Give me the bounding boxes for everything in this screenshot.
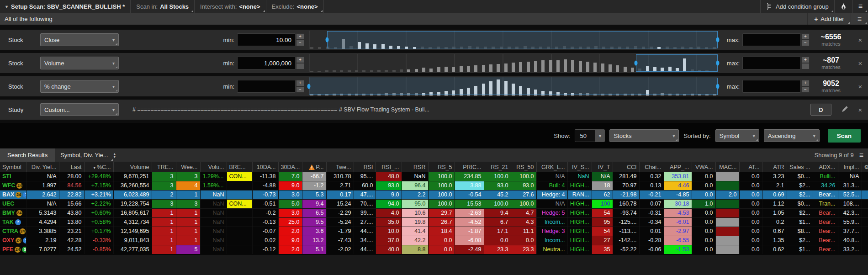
column-header-app-[interactable]: APP_... — [664, 162, 692, 172]
range-handle-left[interactable] — [635, 61, 638, 66]
column-header-rsi[interactable]: RSI — [354, 162, 376, 172]
filter-min-input[interactable] — [237, 57, 296, 69]
study-remove-button[interactable]: × — [852, 106, 868, 114]
column-header-at-[interactable]: AT... — [739, 162, 762, 172]
column-header-bre-[interactable]: BRE... — [227, 162, 252, 172]
plus-icon[interactable]: + — [296, 57, 304, 63]
setup-scan-title[interactable]: ▾ Setup Scan: SBV_SCANNER_BULLISH * — [0, 0, 131, 13]
show-count-select[interactable]: 50 ▾ — [575, 129, 605, 142]
plus-icon[interactable]: + — [801, 57, 810, 63]
flame-filter-button[interactable] — [834, 0, 852, 13]
result-row-ctra[interactable]: CTRA243.388523.21+0.17%12,149,69511NaN-0… — [0, 227, 868, 236]
range-selection[interactable] — [327, 31, 718, 48]
add-condition-group-button[interactable]: Add condition group — [760, 0, 834, 13]
minus-icon[interactable]: − — [296, 40, 304, 46]
column-header-chai-[interactable]: Chai... — [639, 162, 664, 172]
plus-icon[interactable]: + — [296, 33, 304, 40]
filter-criteria-dropdown[interactable]: Close▾ — [40, 33, 119, 46]
sort-spinner[interactable]: ▴ ▾ — [114, 148, 116, 162]
result-type-select[interactable]: Stocks ▾ — [609, 129, 679, 142]
range-handle-right[interactable] — [716, 61, 720, 66]
filter-remove-button[interactable]: × — [852, 36, 868, 44]
range-handle-left[interactable] — [326, 37, 329, 42]
filter-min-input[interactable] — [237, 33, 296, 46]
results-menu-icon[interactable]: ≡ — [859, 151, 863, 159]
scan-button[interactable]: Scan — [828, 129, 861, 143]
result-row-bax[interactable]: BAX24?2.64222.82+3.21%6,023,48921NaN-0.7… — [0, 190, 868, 199]
result-row-bmy[interactable]: BMY245.314343.80+0.60%16,805,61711NaN-0.… — [0, 208, 868, 217]
column-header-atr[interactable]: ATR — [762, 162, 787, 172]
sort-column-select[interactable]: Symbol ▾ — [715, 129, 759, 142]
column-header-impl-[interactable]: Impl... — [838, 162, 862, 172]
minus-icon[interactable]: − — [296, 63, 304, 69]
tab-search-results[interactable]: Search Results — [0, 148, 55, 162]
column-header-iv-s-[interactable]: IV_S... — [567, 162, 592, 172]
column-header-volume[interactable]: Volume — [113, 162, 152, 172]
sort-order-select[interactable]: Ascending ▾ — [764, 129, 820, 142]
plus-icon[interactable]: + — [296, 80, 304, 86]
filter-max-input[interactable] — [742, 80, 801, 93]
column-header-tre-[interactable]: TRE... — [152, 162, 176, 172]
column-header-rsr[interactable]: RSR — [402, 162, 428, 172]
plus-icon[interactable]: + — [801, 33, 810, 40]
range-handle-right[interactable] — [716, 84, 720, 89]
column-header-rsi-[interactable]: RSI_... — [376, 162, 402, 172]
column-header-sales-[interactable]: Sales ... — [787, 162, 813, 172]
result-row-wfc[interactable]: WFC241.99784.56+7.15%36,260,554341.59%..… — [0, 181, 868, 190]
filter-menu-button[interactable]: ≡ — [851, 13, 868, 25]
column-header-gear[interactable]: ⚙ — [862, 162, 868, 172]
max-stepper[interactable]: +− — [801, 33, 810, 46]
result-row-oxy[interactable]: OXY24?2.1942.28-0.33%9,011,84311NaN0.029… — [0, 236, 868, 245]
exclude-dropdown[interactable]: Exclude: <none> — [266, 0, 324, 13]
range-selection[interactable] — [636, 54, 718, 72]
filter-histogram[interactable] — [309, 31, 718, 49]
minus-icon[interactable]: − — [801, 63, 810, 69]
column-header-grk-l-[interactable]: GRK_L... — [536, 162, 567, 172]
column-header-cci[interactable]: CCI — [613, 162, 639, 172]
range-selection[interactable] — [309, 78, 718, 95]
column-header-wee-[interactable]: Wee... — [176, 162, 200, 172]
column-header--c-[interactable]: ▾%C... — [84, 162, 113, 172]
plus-icon[interactable]: + — [801, 80, 810, 86]
gear-icon[interactable]: ⚙ — [864, 164, 868, 170]
column-header-rs-5[interactable]: RS_5 — [428, 162, 455, 172]
column-header-10da-[interactable]: 10DA... — [252, 162, 278, 172]
column-header-rs-50[interactable]: RS_50 — [511, 162, 536, 172]
max-stepper[interactable]: +− — [801, 80, 810, 93]
scan-in-dropdown[interactable]: Scan in: All Stocks — [131, 0, 195, 13]
scan-menu-button[interactable]: ≡ — [852, 0, 868, 13]
column-header-vwa-[interactable]: VWA... — [692, 162, 715, 172]
range-handle-left[interactable] — [307, 84, 311, 89]
intersect-dropdown[interactable]: Intersect with: <none> — [195, 0, 266, 13]
filter-max-input[interactable] — [742, 57, 801, 69]
max-stepper[interactable]: +− — [801, 57, 810, 69]
column-header-twe-[interactable]: Twe... — [326, 162, 354, 172]
column-header-p-[interactable]: P... — [302, 162, 326, 172]
study-edit-button[interactable] — [837, 106, 852, 114]
filter-histogram[interactable] — [309, 54, 718, 72]
results-sort-dropdown[interactable]: Symbol, Div. Yie... — [55, 148, 114, 162]
result-row-uec[interactable]: UECN/A15.66+2.22%19,228,75433NaNCON...-0… — [0, 199, 868, 208]
column-header-adx-[interactable]: ADX... — [813, 162, 838, 172]
study-criteria-dropdown[interactable]: Custom... ▾ — [40, 103, 119, 116]
result-row-sti[interactable]: STIN/A28.00+29.48%9,670,251331.29%...CON… — [0, 172, 868, 181]
column-header-volu-[interactable]: Volu... — [200, 162, 227, 172]
column-header-last[interactable]: Last — [59, 162, 84, 172]
minus-icon[interactable]: − — [801, 86, 810, 93]
column-header-30da-[interactable]: 30DA... — [278, 162, 302, 172]
minus-icon[interactable]: − — [296, 86, 304, 93]
result-row-tak[interactable]: TAK?4.429413.80+0.58%4,312,73411NaN-0.13… — [0, 217, 868, 227]
column-header-mac-[interactable]: MAC... — [715, 162, 739, 172]
min-stepper[interactable]: +− — [296, 57, 304, 69]
column-header-iv-t[interactable]: IV_T — [592, 162, 613, 172]
study-aggregation-button[interactable]: D — [810, 104, 831, 116]
range-handle-right[interactable] — [716, 37, 720, 42]
filter-criteria-dropdown[interactable]: % change▾ — [40, 80, 119, 93]
filter-remove-button[interactable]: × — [852, 59, 868, 67]
filter-histogram[interactable] — [309, 77, 718, 95]
filter-min-input[interactable] — [237, 80, 296, 93]
filter-criteria-dropdown[interactable]: Volume▾ — [40, 57, 119, 69]
result-row-pfe[interactable]: PFE24$7.027724.52-0.85%42,277,03515NaN-0… — [0, 245, 868, 254]
column-header-symbol[interactable]: Symbol — [0, 162, 26, 172]
min-stepper[interactable]: +− — [296, 80, 304, 93]
